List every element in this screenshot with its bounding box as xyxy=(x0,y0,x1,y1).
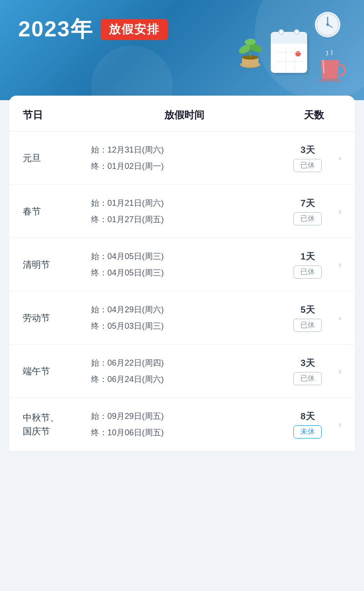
col-header-days: 天数 xyxy=(287,108,341,122)
days-count-duanwu: 3天 xyxy=(300,357,314,369)
row-right-yuandan: 3天 已休 › xyxy=(280,144,341,172)
svg-rect-15 xyxy=(271,39,307,44)
svg-point-4 xyxy=(326,23,329,26)
chevron-icon-chunjie: › xyxy=(339,207,341,216)
status-badge-chunjie: 已休 xyxy=(293,212,322,225)
page-wrapper: 2023年 放假安排 xyxy=(0,0,364,591)
row-right-zhongqiu-guoqing: 8天 未休 › xyxy=(280,410,341,438)
chevron-icon-laodong: › xyxy=(339,313,341,323)
days-count-chunjie: 7天 xyxy=(300,197,314,209)
row-right-duanwu: 3天 已休 › xyxy=(280,357,341,385)
holiday-period-yuandan: 始：12月31日(周六)终：01月02日(周一) xyxy=(82,142,280,174)
days-count-yuandan: 3天 xyxy=(300,144,314,156)
table-header: 节日 放假时间 天数 xyxy=(9,96,355,132)
holiday-badge: 放假安排 xyxy=(101,19,168,40)
holiday-row-chunjie[interactable]: 春节 始：01月21日(周六)终：01月27日(周五) 7天 已休 › xyxy=(9,185,355,238)
svg-point-18 xyxy=(295,51,301,56)
days-col-yuandan: 3天 已休 xyxy=(280,144,335,172)
days-count-laodong: 5天 xyxy=(300,304,314,316)
chevron-icon-duanwu: › xyxy=(339,367,341,376)
holiday-period-qingming: 始：04月05日(周三)终：04月05日(周三) xyxy=(82,248,280,281)
svg-point-17 xyxy=(294,30,299,34)
bg-circle-2 xyxy=(91,46,173,100)
holiday-row-qingming[interactable]: 清明节 始：04月05日(周三)终：04月05日(周三) 1天 已休 › xyxy=(9,238,355,291)
holiday-row-laodong[interactable]: 劳动节 始：04月29日(周六)终：05月03日(周三) 5天 已休 › xyxy=(9,291,355,345)
holiday-name-duanwu: 端午节 xyxy=(23,364,82,378)
row-right-chunjie: 7天 已休 › xyxy=(280,197,341,225)
days-col-laodong: 5天 已休 xyxy=(280,304,335,332)
chevron-icon-yuandan: › xyxy=(339,153,341,163)
holiday-row-duanwu[interactable]: 端午节 始：06月22日(周四)终：06月24日(周六) 3天 已休 › xyxy=(9,345,355,398)
header: 2023年 放假安排 xyxy=(0,0,364,100)
status-badge-duanwu: 已休 xyxy=(293,372,322,385)
days-col-chunjie: 7天 已休 xyxy=(280,197,335,225)
days-count-zhongqiu-guoqing: 8天 xyxy=(300,410,314,423)
holiday-name-laodong: 劳动节 xyxy=(23,311,82,325)
holiday-period-duanwu: 始：06月22日(周四)终：06月24日(周六) xyxy=(82,355,280,387)
plant-icon xyxy=(237,32,264,68)
content-card: 节日 放假时间 天数 元旦 始：12月31日(周六)终：01月02日(周一) 3… xyxy=(9,96,355,451)
holiday-period-chunjie: 始：01月21日(周六)终：01月27日(周五) xyxy=(82,195,280,228)
days-col-qingming: 1天 已休 xyxy=(280,250,335,279)
holiday-period-zhongqiu-guoqing: 始：09月29日(周五)终：10月06日(周五) xyxy=(82,408,280,441)
row-right-laodong: 5天 已休 › xyxy=(280,304,341,332)
chevron-icon-zhongqiu-guoqing: › xyxy=(339,420,341,429)
chevron-icon-qingming: › xyxy=(339,260,341,270)
deco-area xyxy=(223,5,350,96)
holiday-row-zhongqiu-guoqing[interactable]: 中秋节、国庆节 始：09月29日(周五)终：10月06日(周五) 8天 未休 › xyxy=(9,398,355,451)
status-badge-zhongqiu-guoqing: 未休 xyxy=(293,425,322,438)
holiday-period-laodong: 始：04月29日(周六)终：05月03日(周三) xyxy=(82,301,280,334)
holiday-name-qingming: 清明节 xyxy=(23,258,82,271)
status-badge-qingming: 已休 xyxy=(293,265,322,279)
holiday-name-yuandan: 元旦 xyxy=(23,151,82,165)
col-header-period: 放假时间 xyxy=(82,108,287,122)
svg-point-23 xyxy=(318,78,342,82)
days-col-duanwu: 3天 已休 xyxy=(280,357,335,385)
svg-point-16 xyxy=(279,30,283,34)
days-count-qingming: 1天 xyxy=(300,250,314,263)
year-text: 2023年 xyxy=(18,15,93,44)
days-col-zhongqiu-guoqing: 8天 未休 xyxy=(280,410,335,438)
holiday-name-zhongqiu-guoqing: 中秋节、国庆节 xyxy=(23,411,82,438)
row-right-qingming: 1天 已休 › xyxy=(280,250,341,279)
holiday-row-yuandan[interactable]: 元旦 始：12月31日(周六)终：01月02日(周一) 3天 已休 › xyxy=(9,132,355,185)
cup-icon xyxy=(314,50,346,82)
calendar-icon xyxy=(268,27,314,77)
col-header-holiday: 节日 xyxy=(23,108,82,122)
status-badge-laodong: 已休 xyxy=(293,319,322,332)
holiday-name-chunjie: 春节 xyxy=(23,204,82,218)
status-badge-yuandan: 已休 xyxy=(293,159,322,172)
clock-icon xyxy=(314,11,341,38)
